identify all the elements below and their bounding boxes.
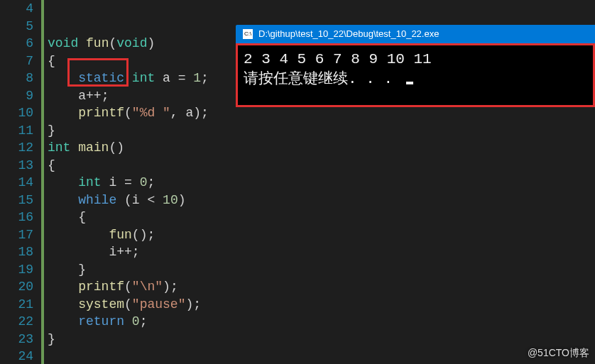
token: void xyxy=(48,36,78,50)
console-output: 2 3 4 5 6 7 8 9 10 11 请按任意键继续. . . xyxy=(236,43,595,107)
code-line[interactable]: 18 i++; xyxy=(0,243,595,261)
token: ; xyxy=(170,280,178,294)
token: ( xyxy=(109,36,116,50)
token: i xyxy=(102,175,124,189)
line-number: 16 xyxy=(0,209,39,226)
token: fun xyxy=(109,228,131,242)
code-content[interactable]: while (i < 10) xyxy=(39,192,186,209)
code-content[interactable]: fun(); xyxy=(39,226,155,244)
token: static xyxy=(78,71,124,85)
token: ) xyxy=(147,36,155,50)
code-line[interactable]: 19 } xyxy=(0,261,595,279)
code-line[interactable]: 16 { xyxy=(0,209,595,226)
code-content[interactable]: static int a = 1; xyxy=(39,70,209,87)
token: int xyxy=(132,71,155,85)
console-titlebar[interactable]: C:\ D:\githup\test_10_22\Debug\test_10_2… xyxy=(236,25,595,43)
token: ; xyxy=(140,314,148,329)
code-content[interactable]: void fun(void) xyxy=(39,35,155,53)
code-content[interactable]: system("pause"); xyxy=(39,296,201,314)
code-line[interactable]: 24 xyxy=(0,348,595,364)
token xyxy=(48,106,78,120)
code-line[interactable]: 23} xyxy=(0,331,595,348)
line-number: 20 xyxy=(0,278,39,296)
token: void xyxy=(116,36,147,50)
token xyxy=(124,314,132,329)
code-content[interactable]: { xyxy=(39,209,86,226)
line-number: 8 xyxy=(0,70,39,87)
token: ( xyxy=(124,280,132,294)
line-number: 14 xyxy=(0,174,39,192)
token xyxy=(48,175,78,189)
line-number: 4 xyxy=(0,0,39,18)
code-content[interactable]: int main() xyxy=(39,139,124,157)
token: ) xyxy=(178,193,186,207)
code-line[interactable]: 20 printf("\n"); xyxy=(0,278,595,296)
line-number: 19 xyxy=(0,261,39,279)
token: ( xyxy=(124,106,132,120)
token: 10 xyxy=(163,193,178,207)
code-content[interactable]: int i = 0; xyxy=(39,174,155,192)
token xyxy=(48,228,109,242)
token: ; xyxy=(201,106,209,120)
token xyxy=(48,280,78,294)
token: fun xyxy=(86,36,109,50)
token: , a xyxy=(170,106,193,120)
console-cursor xyxy=(406,82,413,84)
token: } xyxy=(48,332,55,346)
code-line[interactable]: 17 fun(); xyxy=(0,226,595,244)
code-line[interactable]: 14 int i = 0; xyxy=(0,174,595,192)
code-content[interactable]: a++; xyxy=(39,87,109,105)
line-number: 9 xyxy=(0,87,39,105)
token: a xyxy=(48,89,86,103)
watermark: @51CTO博客 xyxy=(528,347,589,360)
token: a xyxy=(155,71,178,85)
code-line[interactable]: 4 xyxy=(0,0,595,18)
code-content[interactable]: i++; xyxy=(39,243,140,261)
code-line[interactable]: 12int main() xyxy=(0,139,595,157)
console-line-1: 2 3 4 5 6 7 8 9 10 11 xyxy=(244,51,432,67)
console-window[interactable]: C:\ D:\githup\test_10_22\Debug\test_10_2… xyxy=(236,25,595,107)
code-content[interactable]: return 0; xyxy=(39,313,147,331)
token: ; xyxy=(193,297,201,311)
line-number: 21 xyxy=(0,296,39,314)
token: printf xyxy=(78,106,124,120)
token: = xyxy=(178,71,186,85)
editor-gutter-border xyxy=(41,0,44,364)
code-line[interactable]: 22 return 0; xyxy=(0,313,595,331)
token: (i xyxy=(116,193,147,207)
token: ) xyxy=(193,106,201,120)
code-line[interactable]: 21 system("pause"); xyxy=(0,296,595,314)
token: ; xyxy=(147,175,155,189)
code-line[interactable]: 11} xyxy=(0,122,595,140)
code-content[interactable]: printf("%d ", a); xyxy=(39,104,209,122)
token: { xyxy=(48,54,55,68)
token xyxy=(124,71,132,85)
line-number: 13 xyxy=(0,157,39,175)
code-content[interactable]: } xyxy=(39,261,86,279)
token: int xyxy=(78,175,101,189)
code-line[interactable]: 15 while (i < 10) xyxy=(0,192,595,209)
token: ++ xyxy=(86,89,102,103)
token: i xyxy=(48,245,116,259)
token: () xyxy=(132,228,148,242)
token xyxy=(48,314,78,329)
line-number: 22 xyxy=(0,313,39,331)
token: } xyxy=(48,123,55,138)
token: () xyxy=(109,140,124,155)
token xyxy=(48,297,78,311)
token: ; xyxy=(132,245,140,259)
token: ( xyxy=(124,297,132,311)
token: { xyxy=(48,210,86,224)
code-content[interactable]: printf("\n"); xyxy=(39,278,178,296)
token: 1 xyxy=(193,71,201,85)
code-line[interactable]: 13{ xyxy=(0,157,595,175)
token: ) xyxy=(163,280,170,294)
line-number: 18 xyxy=(0,243,39,261)
line-number: 5 xyxy=(0,18,39,35)
token: = xyxy=(124,175,132,189)
console-line-2: 请按任意键继续. . . xyxy=(244,71,402,87)
token: main xyxy=(78,140,109,155)
token: ; xyxy=(102,89,109,103)
line-number: 6 xyxy=(0,35,39,53)
line-number: 11 xyxy=(0,122,39,140)
